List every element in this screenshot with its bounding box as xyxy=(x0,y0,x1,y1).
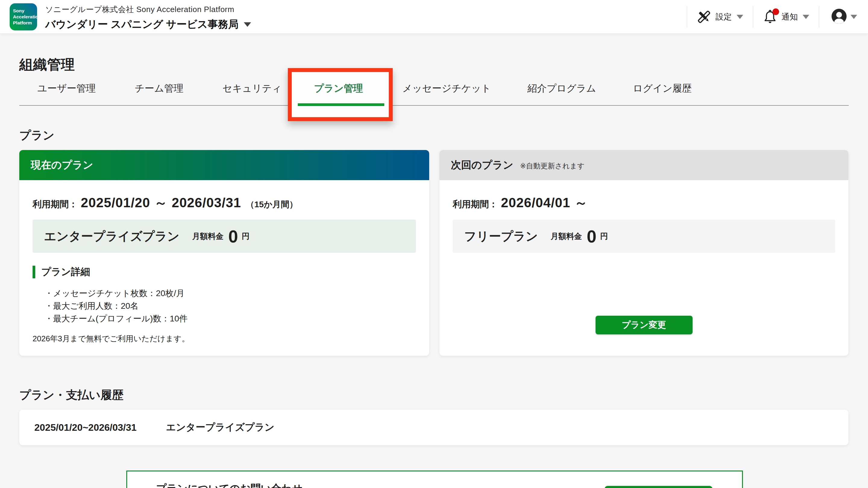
page-title: 組織管理 xyxy=(19,56,75,74)
chevron-down-icon xyxy=(244,22,251,27)
plan-detail-item: ・メッセージチケット枚数：20枚/月 xyxy=(44,287,416,300)
history-period: 2025/01/20~2026/03/31 xyxy=(34,422,136,433)
current-plan-title: 現在のプラン xyxy=(31,158,93,172)
account-menu[interactable] xyxy=(819,8,857,25)
history-row: 2025/01/20~2026/03/31 エンタープライズプラン xyxy=(19,410,848,445)
notification-menu[interactable]: 通知 xyxy=(753,10,819,24)
tab-message-ticket[interactable]: メッセージチケット xyxy=(402,82,491,95)
plan-details-title: プラン詳細 xyxy=(41,265,90,279)
current-plan-period: 利用期間： 2025/01/20 ～ 2026/03/31 （15か月間） xyxy=(33,194,416,212)
bell-icon xyxy=(763,10,777,24)
tab-referral-program[interactable]: 紹介プログラム xyxy=(527,82,596,95)
workspace-selector[interactable]: バウンダリー スパニング サービス事務局 xyxy=(45,18,251,31)
period-note: （15か月間） xyxy=(246,199,298,210)
current-plan-summary-box: エンタープライズプラン 月額料金 0 円 xyxy=(33,220,416,253)
fee-amount: 0 xyxy=(587,226,596,247)
logo-line: Acceleration xyxy=(13,14,37,20)
settings-tools-icon xyxy=(697,10,711,24)
next-plan-summary-box: フリープラン 月額料金 0 円 xyxy=(453,220,835,253)
tab-user-management[interactable]: ユーザー管理 xyxy=(37,82,96,95)
fee-unit: 円 xyxy=(600,231,608,241)
workspace-name: バウンダリー スパニング サービス事務局 xyxy=(45,18,239,31)
tab-security[interactable]: セキュリティ xyxy=(222,82,282,95)
history-section-heading: プラン・支払い履歴 xyxy=(19,387,124,403)
auto-renew-note: ※自動更新されます xyxy=(520,159,584,171)
settings-menu[interactable]: 設定 xyxy=(687,10,753,24)
plan-detail-item: ・最大ご利用人数：20名 xyxy=(44,300,416,313)
header-actions: 設定 通知 xyxy=(687,0,857,34)
fee-amount: 0 xyxy=(228,226,238,247)
settings-label: 設定 xyxy=(715,11,732,22)
current-plan-card: 現在のプラン 利用期間： 2025/01/20 ～ 2026/03/31 （15… xyxy=(19,150,429,356)
app-header: Sony Acceleration Platform ソニーグループ株式会社 S… xyxy=(0,0,868,34)
tab-team-management[interactable]: チーム管理 xyxy=(135,82,184,95)
plan-contact-heading: プランについてのお問い合わせ xyxy=(156,482,303,488)
notification-badge-dot xyxy=(772,8,779,15)
period-label: 利用期間： xyxy=(33,198,78,210)
next-plan-card: 次回のプラン ※自動更新されます 利用期間： 2026/04/01 ～ フリープ… xyxy=(439,150,848,356)
notification-label: 通知 xyxy=(781,11,798,22)
plan-contact-box: プランについてのお問い合わせ xyxy=(126,470,743,488)
logo-line: Platform xyxy=(13,20,37,26)
plan-contact-button[interactable] xyxy=(604,486,712,488)
sony-acceleration-platform-logo: Sony Acceleration Platform xyxy=(10,3,37,30)
period-value: 2025/01/20 ～ 2026/03/31 xyxy=(81,194,241,212)
change-plan-button[interactable]: プラン変更 xyxy=(595,316,692,334)
org-block: ソニーグループ株式会社 Sony Acceleration Platform バ… xyxy=(45,4,251,31)
plan-details-list: ・メッセージチケット枚数：20枚/月 ・最大ご利用人数：20名 ・最大チーム(プ… xyxy=(44,287,416,325)
chevron-down-icon xyxy=(737,15,743,19)
next-plan-card-header: 次回のプラン ※自動更新されます xyxy=(439,150,848,180)
current-plan-card-header: 現在のプラン xyxy=(19,150,429,180)
plan-name: エンタープライズプラン xyxy=(44,228,179,245)
plan-name: フリープラン xyxy=(464,228,538,245)
period-label: 利用期間： xyxy=(453,198,498,210)
logo-line: Sony xyxy=(13,8,37,14)
active-tab-underline xyxy=(298,103,384,106)
next-plan-period: 利用期間： 2026/04/01 ～ xyxy=(453,194,835,212)
tab-plan-management[interactable]: プラン管理 xyxy=(314,82,363,95)
fee-unit: 円 xyxy=(242,231,250,241)
tab-bar-rule xyxy=(19,105,849,106)
plan-details-heading: プラン詳細 xyxy=(33,265,416,279)
plan-detail-item: ・最大チーム(プロフィール)数：10件 xyxy=(44,313,416,325)
free-until-note: 2026年3月まで無料でご利用いただけます。 xyxy=(33,333,416,344)
history-plan-name: エンタープライズプラン xyxy=(166,421,275,434)
fee-label: 月額料金 xyxy=(192,231,223,241)
fee-label: 月額料金 xyxy=(551,231,582,241)
avatar xyxy=(831,8,847,25)
plan-section-heading: プラン xyxy=(19,128,55,143)
chevron-down-icon xyxy=(850,15,857,19)
green-accent-bar xyxy=(33,266,35,278)
next-plan-title: 次回のプラン xyxy=(451,158,513,172)
period-value: 2026/04/01 ～ xyxy=(501,194,588,212)
chevron-down-icon xyxy=(803,15,809,19)
tab-login-history[interactable]: ログイン履歴 xyxy=(633,82,692,95)
org-name: ソニーグループ株式会社 Sony Acceleration Platform xyxy=(45,4,251,15)
